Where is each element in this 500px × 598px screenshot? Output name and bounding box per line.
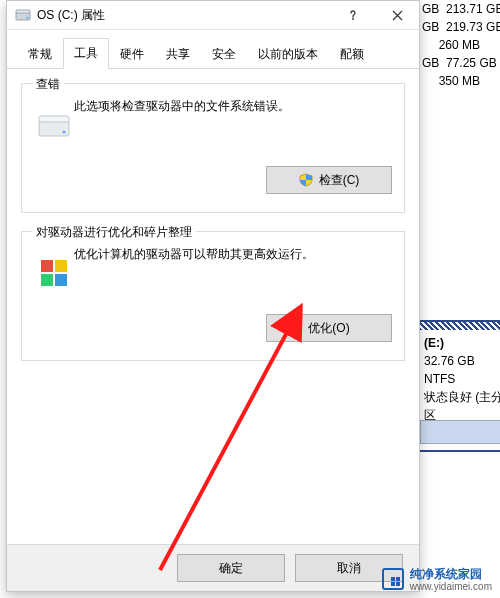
watermark-name: 纯净系统家园 [410,567,482,581]
group-optimize: 对驱动器进行优化和碎片整理 优化计算机的驱动器可以帮助其更高效运行。 优化(O) [21,231,405,361]
tab-previous-versions[interactable]: 以前的版本 [247,39,329,69]
check-button[interactable]: 检查(C) [266,166,392,194]
svg-point-6 [62,130,65,133]
tab-security[interactable]: 安全 [201,39,247,69]
group-optimize-title: 对驱动器进行优化和碎片整理 [32,224,196,241]
tab-sharing[interactable]: 共享 [155,39,201,69]
tab-strip: 常规 工具 硬件 共享 安全 以前的版本 配额 [7,30,419,69]
shield-uac-icon [299,173,313,187]
watermark: 纯净系统家园 www.yidaimei.com [382,566,492,592]
close-button[interactable] [375,1,419,29]
svg-rect-5 [39,116,69,122]
dialog-titlebar[interactable]: OS (C:) 属性 [7,1,419,30]
drive-icon [15,7,31,23]
tab-tools[interactable]: 工具 [63,38,109,69]
tab-quota[interactable]: 配额 [329,39,375,69]
group-error-checking: 查错 此选项将检查驱动器中的文件系统错误。 检查(C) [21,83,405,213]
svg-rect-7 [41,260,53,272]
svg-point-1 [27,17,29,19]
disk-management-size-column: GB 213.71 GB GB 219.73 GB 260 MB GB 77.2… [420,0,500,90]
svg-rect-9 [41,274,53,286]
help-button[interactable] [331,1,375,29]
ok-button[interactable]: 确定 [177,554,285,582]
optimize-description: 优化计算机的驱动器可以帮助其更高效运行。 [74,246,392,263]
drive-check-icon [37,110,71,140]
dialog-button-bar: 确定 取消 [7,544,419,591]
volume-size: 32.76 GB NTFS [424,352,500,388]
watermark-logo-icon [382,568,404,590]
disk-management-bottom-bar [420,420,500,444]
error-checking-description: 此选项将检查驱动器中的文件系统错误。 [74,98,392,115]
tab-hardware[interactable]: 硬件 [109,39,155,69]
optimize-button[interactable]: 优化(O) [266,314,392,342]
tab-general[interactable]: 常规 [17,39,63,69]
svg-rect-2 [16,10,30,13]
volume-status: 状态良好 (主分区 [424,388,500,424]
dialog-title: OS (C:) 属性 [37,7,331,24]
group-error-checking-title: 查错 [32,76,64,93]
volume-label: (E:) [424,334,500,352]
svg-rect-8 [55,260,67,272]
watermark-url: www.yidaimei.com [410,581,492,592]
drive-properties-dialog: OS (C:) 属性 常规 工具 硬件 共享 安全 以前的版本 配额 查错 此选… [6,0,420,592]
svg-rect-10 [55,274,67,286]
svg-point-3 [352,18,354,20]
defrag-icon [39,258,69,288]
